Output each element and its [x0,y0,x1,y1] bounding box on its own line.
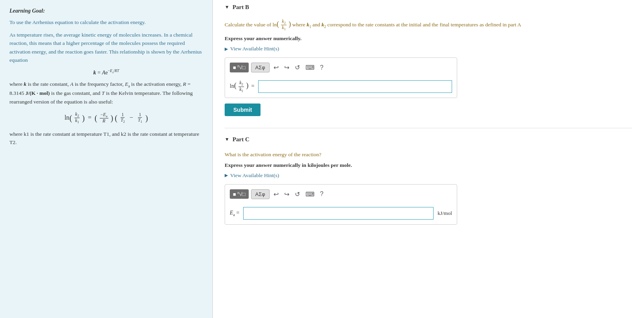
part-c-toolbar: ■ n√□ ΑΣφ ↩ ↪ ↺ ⌨ ? [230,189,452,202]
part-b-toolbar: ■ n√□ ΑΣφ ↩ ↪ ↺ ⌨ ? [230,63,452,76]
note-text: where k1 is the rate constant at tempera… [9,130,203,147]
arrhenius-equation: k = Ae−Ea/RT [9,68,203,76]
part-b-question: Calculate the value of ln( k2 k1 ) where… [225,18,632,31]
part-b-hint-link[interactable]: ▶ View Available Hint(s) [225,46,632,52]
refresh-button-b[interactable]: ↺ [293,63,302,72]
part-c-question-text: What is the activation energy of the rea… [225,151,632,159]
part-b-submit-button[interactable]: Submit [225,104,261,116]
refresh-button-c[interactable]: ↺ [293,190,302,199]
undo-button-b[interactable]: ↩ [272,63,280,72]
math-label-c: ΑΣφ [255,191,265,197]
part-b-section: ▼ Part B Calculate the value of ln( k2 k… [225,4,632,116]
keyboard-button-c[interactable]: ⌨ [304,190,316,199]
part-b-math-label: ln( k2 k1 ) = [230,80,254,93]
part-b-label: Part B [233,4,249,11]
formula-button-c[interactable]: ■ n√□ [230,189,249,199]
part-b-hint-label: View Available Hint(s) [230,46,279,52]
hint-arrow-c-icon: ▶ [225,173,228,178]
part-c-input-row: Ea = kJ/mol [230,207,452,220]
part-b-header: ▼ Part B [225,4,632,12]
formula-button-b[interactable]: ■ n√□ [230,63,249,72]
part-b-collapse-arrow[interactable]: ▼ [225,4,229,10]
part-c-math-label: Ea = [230,210,239,217]
left-panel: Learning Goal: To use the Arrhenius equa… [0,0,213,318]
part-c-hint-label: View Available Hint(s) [230,172,279,179]
help-button-c[interactable]: ? [318,190,325,198]
part-c-answer-input[interactable] [243,207,434,220]
part-c-subtext: Express your answer numerically in kiloj… [225,162,632,168]
redo-button-c[interactable]: ↪ [283,190,291,199]
right-panel: ▼ Part B Calculate the value of ln( k2 k… [213,0,644,318]
part-c-unit-label: kJ/mol [437,210,452,216]
body-text: As temperature rises, the average kineti… [9,31,203,65]
keyboard-button-b[interactable]: ⌨ [304,63,316,72]
math-button-b[interactable]: ΑΣφ [251,63,270,72]
arrhenius-description: where k is the rate constant, A is the f… [9,80,203,106]
redo-button-b[interactable]: ↪ [283,63,291,72]
rearranged-equation: ln( k2 k1 ) = ( −Ea R ) ( 1 T2 − 1 T1 ) [9,112,203,124]
part-c-collapse-arrow[interactable]: ▼ [225,137,229,142]
help-button-b[interactable]: ? [318,63,325,72]
part-b-answer-input[interactable] [258,80,452,93]
part-b-subtext: Express your answer numerically. [225,35,632,42]
part-b-input-row: ln( k2 k1 ) = [230,80,452,93]
part-c-label: Part C [233,136,249,143]
part-c-answer-box: ■ n√□ ΑΣφ ↩ ↪ ↺ ⌨ ? Ea = kJ/mol [225,184,457,225]
part-c-hint-link[interactable]: ▶ View Available Hint(s) [225,172,632,179]
math-button-c[interactable]: ΑΣφ [251,189,270,199]
learning-goal-text: To use the Arrhenius equation to calcula… [9,18,203,27]
formula-icon-c: ■ n√□ [233,191,246,197]
part-c-section: ▼ Part C What is the activation energy o… [225,136,632,224]
part-b-answer-box: ■ n√□ ΑΣφ ↩ ↪ ↺ ⌨ ? ln( k2 k1 ) [225,57,457,98]
formula-icon-b: ■ n√□ [233,64,246,70]
math-label-b: ΑΣφ [255,65,265,70]
part-c-header: ▼ Part C [225,136,632,144]
hint-arrow-icon: ▶ [225,46,228,52]
undo-button-c[interactable]: ↩ [272,190,280,199]
learning-goal-heading: Learning Goal: [9,8,203,14]
